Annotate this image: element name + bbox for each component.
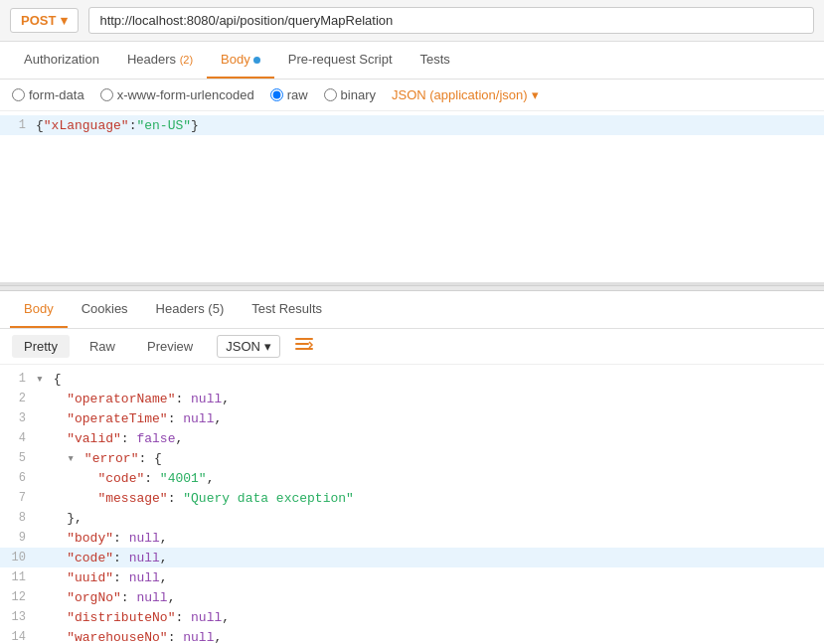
- resp-line-6: 6 "code": "4001",: [0, 468, 824, 488]
- method-selector[interactable]: POST ▾: [10, 8, 79, 33]
- url-input[interactable]: [88, 7, 814, 34]
- radio-binary[interactable]: binary: [324, 87, 376, 102]
- line-num-1: 1: [0, 118, 36, 132]
- response-format-label: JSON: [226, 339, 260, 354]
- response-tab-bar: Body Cookies Headers (5) Test Results: [0, 291, 824, 329]
- response-tab-test-results[interactable]: Test Results: [238, 291, 336, 328]
- resp-line-12: 12 "orgNo": null,: [0, 587, 824, 607]
- resp-line-2: 2 "operatorName": null,: [0, 389, 824, 408]
- response-tab-headers[interactable]: Headers (5): [142, 291, 239, 328]
- resp-line-8: 8 },: [0, 508, 824, 528]
- radio-form-data[interactable]: form-data: [12, 87, 84, 102]
- response-body: 1 ▾ { 2 "operatorName": null, 3 "operate…: [0, 365, 824, 644]
- radio-raw-input[interactable]: [270, 88, 283, 101]
- method-label: POST: [21, 13, 56, 28]
- format-selector[interactable]: JSON (application/json) ▾: [392, 87, 539, 102]
- response-format-selector[interactable]: JSON ▾: [217, 335, 280, 358]
- response-tab-body-label: Body: [24, 301, 54, 316]
- tab-tests-label: Tests: [420, 52, 450, 67]
- radio-form-data-input[interactable]: [12, 88, 25, 101]
- request-body-editor[interactable]: 1 {"xLanguage":"en-US"}: [0, 111, 824, 285]
- resp-line-11: 11 "uuid": null,: [0, 567, 824, 587]
- resp-line-9: 9 "body": null,: [0, 528, 824, 548]
- resp-line-3: 3 "operateTime": null,: [0, 408, 824, 428]
- svg-rect-2: [295, 348, 313, 350]
- radio-raw-label: raw: [287, 87, 308, 102]
- radio-urlencoded[interactable]: x-www-form-urlencoded: [100, 87, 254, 102]
- response-tab-test-results-label: Test Results: [251, 301, 322, 316]
- svg-rect-0: [295, 338, 313, 340]
- resp-line-7: 7 "message": "Query data exception": [0, 488, 824, 508]
- radio-raw[interactable]: raw: [270, 87, 308, 102]
- radio-urlencoded-input[interactable]: [100, 88, 113, 101]
- code-line-1: 1 {"xLanguage":"en-US"}: [0, 115, 824, 135]
- tab-pre-request-label: Pre-request Script: [288, 52, 393, 67]
- tab-authorization[interactable]: Authorization: [10, 42, 113, 79]
- tab-body[interactable]: Body: [207, 42, 274, 79]
- resp-line-4: 4 "valid": false,: [0, 428, 824, 448]
- pretty-button[interactable]: Pretty: [12, 335, 70, 358]
- tab-headers[interactable]: Headers (2): [113, 42, 207, 79]
- resp-line-13: 13 "distributeNo": null,: [0, 607, 824, 627]
- resp-line-5: 5 ▾ "error": {: [0, 448, 824, 468]
- response-tab-body[interactable]: Body: [10, 291, 68, 328]
- raw-button[interactable]: Raw: [78, 335, 127, 358]
- tab-body-label: Body: [221, 52, 250, 67]
- tab-tests[interactable]: Tests: [407, 42, 464, 79]
- response-tab-cookies-label: Cookies: [82, 301, 128, 316]
- preview-button[interactable]: Preview: [135, 335, 205, 358]
- tab-authorization-label: Authorization: [24, 52, 99, 67]
- response-tab-cookies[interactable]: Cookies: [68, 291, 142, 328]
- top-bar: POST ▾: [0, 0, 824, 42]
- format-arrow: ▾: [532, 87, 539, 102]
- tab-pre-request[interactable]: Pre-request Script: [274, 42, 407, 79]
- tab-body-dot: [253, 57, 260, 64]
- format-label: JSON (application/json): [392, 87, 528, 102]
- method-arrow: ▾: [61, 13, 68, 28]
- response-toolbar: Pretty Raw Preview JSON ▾: [0, 329, 824, 365]
- line-content-1: {"xLanguage":"en-US"}: [36, 118, 824, 133]
- tab-headers-badge: (2): [180, 54, 193, 66]
- radio-urlencoded-label: x-www-form-urlencoded: [117, 87, 254, 102]
- response-format-arrow: ▾: [264, 339, 271, 354]
- resp-line-1: 1 ▾ {: [0, 369, 824, 389]
- radio-binary-input[interactable]: [324, 88, 337, 101]
- svg-rect-1: [295, 343, 309, 345]
- resp-line-14: 14 "warehouseNo": null,: [0, 627, 824, 644]
- body-options: form-data x-www-form-urlencoded raw bina…: [0, 80, 824, 111]
- radio-binary-label: binary: [341, 87, 376, 102]
- resp-line-10: 10 "code": null,: [0, 548, 824, 567]
- request-tab-bar: Authorization Headers (2) Body Pre-reque…: [0, 42, 824, 80]
- radio-form-data-label: form-data: [29, 87, 84, 102]
- tab-headers-label: Headers: [127, 52, 180, 67]
- wrap-icon[interactable]: [294, 335, 314, 358]
- response-tab-headers-label: Headers (5): [156, 301, 225, 316]
